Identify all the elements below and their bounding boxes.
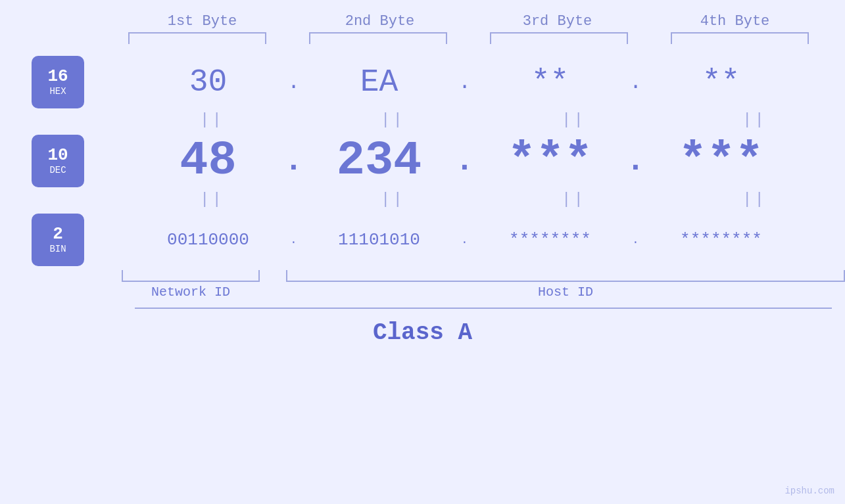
hex-byte3: ** [478,64,623,100]
dec-row: 10 DEC 48 . 234 . *** . *** [0,134,845,188]
eq1-b4: || [683,111,827,129]
dec-byte2: 234 [307,134,452,188]
dec-byte4: *** [649,134,794,188]
dec-dot1: . [281,143,307,179]
bin-values: 00110000 . 11101010 . ******** . *******… [84,230,845,250]
hex-byte1: 30 [136,64,281,100]
overall-line [135,308,832,309]
host-id-label: Host ID [286,285,845,300]
hex-dot1: . [281,70,307,95]
bin-byte1: 00110000 [136,230,281,250]
bin-byte4: ******** [649,230,794,250]
net-id-bracket [122,270,260,282]
bin-dot3: . [623,233,649,246]
bin-byte3: ******** [478,230,623,250]
byte-headers: 1st Byte 2nd Byte 3rd Byte 4th Byte [114,13,824,30]
class-label: Class A [373,319,472,346]
bracket-3 [490,32,628,44]
hex-values: 30 . EA . ** . ** [84,64,845,100]
watermark: ipshu.com [785,486,834,496]
class-row: Class A [0,319,845,346]
hex-row: 16 HEX 30 . EA . ** . ** [0,56,845,108]
hex-dot2: . [452,70,478,95]
eq1-b3: || [502,111,646,129]
eq2-b1: || [140,191,285,208]
dec-badge: 10 DEC [32,135,84,187]
dec-dot2: . [452,143,478,179]
hex-badge-num: 16 [47,68,68,85]
byte4-label: 4th Byte [663,13,808,30]
bin-badge: 2 BIN [32,214,84,266]
network-id-label: Network ID [122,285,260,300]
byte2-label: 2nd Byte [308,13,452,30]
bin-row: 2 BIN 00110000 . 11101010 . ******** . *… [0,214,845,266]
hex-badge: 16 HEX [32,56,84,108]
dec-values: 48 . 234 . *** . *** [84,134,845,188]
id-labels: Network ID Host ID [122,285,845,300]
hex-dot3: . [623,70,649,95]
hex-byte2: EA [307,64,452,100]
dec-badge-num: 10 [47,147,68,164]
equals-row-2: || || || || [122,191,845,208]
eq2-b3: || [502,191,646,208]
dec-dot3: . [623,143,649,179]
host-id-bracket [286,270,845,282]
byte1-label: 1st Byte [130,13,275,30]
main-container: 1st Byte 2nd Byte 3rd Byte 4th Byte 16 H… [0,0,845,504]
dec-byte3: *** [478,134,623,188]
bracket-1 [128,32,266,44]
byte3-label: 3rd Byte [485,13,630,30]
bin-byte2: 11101010 [307,230,452,250]
eq2-b2: || [321,191,466,208]
equals-row-1: || || || || [122,111,845,129]
bin-dot1: . [281,233,307,246]
bin-badge-label: BIN [49,244,66,254]
bracket-4 [671,32,809,44]
bracket-2 [309,32,447,44]
hex-badge-label: HEX [49,86,66,97]
top-brackets [107,32,831,44]
bottom-brackets [122,270,845,282]
eq1-b1: || [140,111,285,129]
bin-badge-num: 2 [53,225,63,242]
eq1-b2: || [321,111,466,129]
dec-byte1: 48 [136,134,281,188]
dec-badge-label: DEC [49,165,66,175]
hex-byte4: ** [649,64,794,100]
bin-dot2: . [452,233,478,246]
eq2-b4: || [683,191,827,208]
